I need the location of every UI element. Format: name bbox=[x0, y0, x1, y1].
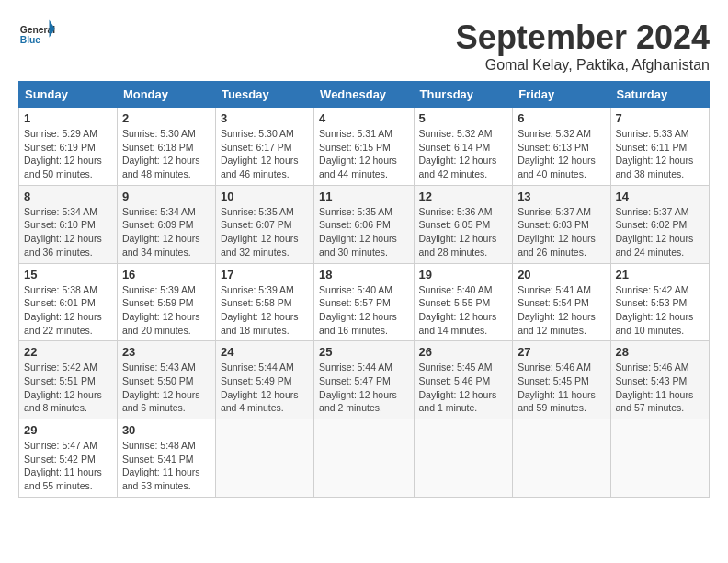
title-section: September 2024 Gomal Kelay, Paktika, Afg… bbox=[456, 18, 710, 74]
day-sunrise: Sunrise: 5:30 AM bbox=[221, 128, 294, 139]
day-number: 26 bbox=[419, 345, 508, 359]
day-sunset: Sunset: 5:55 PM bbox=[419, 297, 491, 308]
day-daylight: Daylight: 12 hours and 48 minutes. bbox=[122, 155, 200, 179]
calendar-cell: 23 Sunrise: 5:43 AM Sunset: 5:50 PM Dayl… bbox=[117, 341, 215, 419]
calendar-week-row: 15 Sunrise: 5:38 AM Sunset: 6:01 PM Dayl… bbox=[19, 263, 710, 341]
day-header-saturday: Saturday bbox=[610, 82, 709, 108]
day-sunset: Sunset: 5:59 PM bbox=[122, 297, 194, 308]
day-daylight: Daylight: 12 hours and 28 minutes. bbox=[419, 233, 497, 258]
calendar-cell: 5 Sunrise: 5:32 AM Sunset: 6:14 PM Dayli… bbox=[414, 108, 513, 186]
day-number: 1 bbox=[24, 111, 112, 125]
day-sunrise: Sunrise: 5:42 AM bbox=[616, 284, 689, 295]
day-number: 17 bbox=[221, 268, 309, 282]
month-title: September 2024 bbox=[456, 18, 710, 57]
day-sunrise: Sunrise: 5:37 AM bbox=[616, 206, 689, 217]
day-sunset: Sunset: 6:10 PM bbox=[24, 219, 96, 230]
day-number: 19 bbox=[419, 268, 508, 282]
day-sunset: Sunset: 5:42 PM bbox=[24, 454, 96, 465]
calendar-cell: 15 Sunrise: 5:38 AM Sunset: 6:01 PM Dayl… bbox=[19, 263, 118, 341]
day-daylight: Daylight: 12 hours and 16 minutes. bbox=[319, 311, 397, 336]
day-sunrise: Sunrise: 5:39 AM bbox=[122, 284, 196, 295]
day-number: 4 bbox=[319, 111, 408, 125]
day-sunset: Sunset: 6:07 PM bbox=[221, 219, 292, 230]
calendar-cell: 11 Sunrise: 5:35 AM Sunset: 6:06 PM Dayl… bbox=[314, 185, 414, 263]
day-sunrise: Sunrise: 5:34 AM bbox=[122, 206, 196, 217]
day-number: 20 bbox=[518, 268, 605, 282]
calendar-week-row: 8 Sunrise: 5:34 AM Sunset: 6:10 PM Dayli… bbox=[19, 185, 710, 263]
calendar-cell bbox=[513, 419, 610, 498]
day-sunrise: Sunrise: 5:32 AM bbox=[419, 128, 493, 139]
calendar-week-row: 29 Sunrise: 5:47 AM Sunset: 5:42 PM Dayl… bbox=[19, 419, 710, 498]
day-number: 15 bbox=[24, 268, 112, 282]
day-daylight: Daylight: 12 hours and 34 minutes. bbox=[122, 233, 200, 258]
location-title: Gomal Kelay, Paktika, Afghanistan bbox=[456, 57, 710, 74]
day-number: 11 bbox=[319, 190, 408, 203]
day-header-thursday: Thursday bbox=[414, 82, 513, 108]
day-number: 30 bbox=[122, 423, 210, 437]
day-sunset: Sunset: 6:13 PM bbox=[518, 142, 589, 153]
day-sunset: Sunset: 5:50 PM bbox=[122, 375, 194, 386]
day-sunset: Sunset: 6:11 PM bbox=[616, 142, 688, 153]
day-sunset: Sunset: 6:14 PM bbox=[419, 142, 491, 153]
calendar-table: SundayMondayTuesdayWednesdayThursdayFrid… bbox=[18, 81, 710, 498]
day-sunset: Sunset: 5:49 PM bbox=[221, 375, 292, 386]
day-sunset: Sunset: 5:46 PM bbox=[419, 375, 491, 386]
calendar-cell: 26 Sunrise: 5:45 AM Sunset: 5:46 PM Dayl… bbox=[414, 341, 513, 419]
calendar-cell: 29 Sunrise: 5:47 AM Sunset: 5:42 PM Dayl… bbox=[19, 419, 118, 498]
calendar-cell: 13 Sunrise: 5:37 AM Sunset: 6:03 PM Dayl… bbox=[513, 185, 610, 263]
day-number: 3 bbox=[221, 111, 309, 125]
day-sunrise: Sunrise: 5:44 AM bbox=[319, 362, 392, 373]
day-number: 7 bbox=[616, 111, 704, 125]
calendar-cell: 10 Sunrise: 5:35 AM Sunset: 6:07 PM Dayl… bbox=[215, 185, 313, 263]
calendar-cell: 21 Sunrise: 5:42 AM Sunset: 5:53 PM Dayl… bbox=[610, 263, 709, 341]
day-daylight: Daylight: 12 hours and 26 minutes. bbox=[518, 233, 596, 258]
day-sunrise: Sunrise: 5:31 AM bbox=[319, 128, 392, 139]
day-daylight: Daylight: 12 hours and 18 minutes. bbox=[221, 311, 299, 336]
day-daylight: Daylight: 12 hours and 50 minutes. bbox=[24, 155, 102, 179]
calendar-cell: 6 Sunrise: 5:32 AM Sunset: 6:13 PM Dayli… bbox=[513, 108, 610, 186]
calendar-cell: 12 Sunrise: 5:36 AM Sunset: 6:05 PM Dayl… bbox=[414, 185, 513, 263]
calendar-week-row: 22 Sunrise: 5:42 AM Sunset: 5:51 PM Dayl… bbox=[19, 341, 710, 419]
day-number: 29 bbox=[24, 423, 112, 437]
day-header-tuesday: Tuesday bbox=[215, 82, 313, 108]
day-number: 28 bbox=[616, 345, 704, 359]
day-sunrise: Sunrise: 5:48 AM bbox=[122, 440, 196, 451]
calendar-cell: 30 Sunrise: 5:48 AM Sunset: 5:41 PM Dayl… bbox=[117, 419, 215, 498]
day-sunrise: Sunrise: 5:46 AM bbox=[616, 362, 689, 373]
day-sunset: Sunset: 5:58 PM bbox=[221, 297, 292, 308]
day-header-wednesday: Wednesday bbox=[314, 82, 414, 108]
calendar-cell: 22 Sunrise: 5:42 AM Sunset: 5:51 PM Dayl… bbox=[19, 341, 118, 419]
day-number: 12 bbox=[419, 190, 508, 203]
day-sunset: Sunset: 6:05 PM bbox=[419, 219, 491, 230]
day-daylight: Daylight: 12 hours and 4 minutes. bbox=[221, 389, 299, 414]
day-sunset: Sunset: 5:45 PM bbox=[518, 375, 589, 386]
day-sunrise: Sunrise: 5:47 AM bbox=[24, 440, 97, 451]
day-daylight: Daylight: 12 hours and 14 minutes. bbox=[419, 311, 497, 336]
calendar-cell: 7 Sunrise: 5:33 AM Sunset: 6:11 PM Dayli… bbox=[610, 108, 709, 186]
calendar-cell: 2 Sunrise: 5:30 AM Sunset: 6:18 PM Dayli… bbox=[117, 108, 215, 186]
calendar-cell: 19 Sunrise: 5:40 AM Sunset: 5:55 PM Dayl… bbox=[414, 263, 513, 341]
calendar-cell: 28 Sunrise: 5:46 AM Sunset: 5:43 PM Dayl… bbox=[610, 341, 709, 419]
day-daylight: Daylight: 12 hours and 22 minutes. bbox=[24, 311, 102, 336]
day-number: 22 bbox=[24, 345, 112, 359]
day-sunrise: Sunrise: 5:44 AM bbox=[221, 362, 294, 373]
day-sunset: Sunset: 6:19 PM bbox=[24, 142, 96, 153]
day-daylight: Daylight: 12 hours and 12 minutes. bbox=[518, 311, 596, 336]
calendar-cell: 17 Sunrise: 5:39 AM Sunset: 5:58 PM Dayl… bbox=[215, 263, 313, 341]
day-sunrise: Sunrise: 5:39 AM bbox=[221, 284, 294, 295]
day-sunset: Sunset: 6:02 PM bbox=[616, 219, 688, 230]
day-daylight: Daylight: 12 hours and 42 minutes. bbox=[419, 155, 497, 179]
day-number: 16 bbox=[122, 268, 210, 282]
day-sunrise: Sunrise: 5:35 AM bbox=[319, 206, 392, 217]
calendar-cell: 14 Sunrise: 5:37 AM Sunset: 6:02 PM Dayl… bbox=[610, 185, 709, 263]
day-sunset: Sunset: 6:15 PM bbox=[319, 142, 391, 153]
calendar-cell bbox=[314, 419, 414, 498]
calendar-cell: 1 Sunrise: 5:29 AM Sunset: 6:19 PM Dayli… bbox=[19, 108, 118, 186]
day-sunset: Sunset: 5:43 PM bbox=[616, 375, 688, 386]
day-daylight: Daylight: 12 hours and 36 minutes. bbox=[24, 233, 102, 258]
day-daylight: Daylight: 11 hours and 57 minutes. bbox=[616, 389, 694, 414]
day-daylight: Daylight: 12 hours and 8 minutes. bbox=[24, 389, 102, 414]
day-sunrise: Sunrise: 5:46 AM bbox=[518, 362, 591, 373]
logo: General Blue bbox=[18, 18, 59, 51]
day-daylight: Daylight: 12 hours and 6 minutes. bbox=[122, 389, 200, 414]
